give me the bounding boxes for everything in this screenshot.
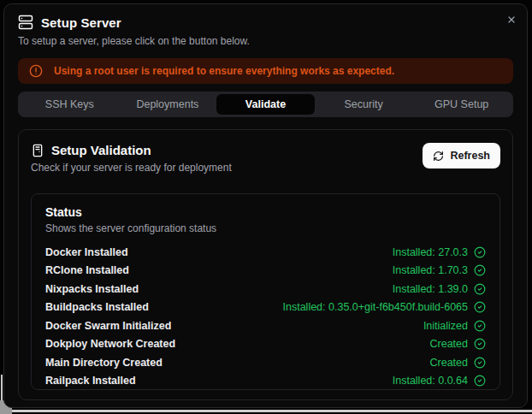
tab-item-4[interactable]: GPU Setup (412, 94, 511, 115)
status-row-4: Docker Swarm Initialized Initialized (45, 316, 486, 335)
pc-case-icon (31, 144, 44, 157)
validation-card-title: Setup Validation (51, 143, 151, 157)
status-row-value: Installed: 0.35.0+git-f6b450f.build-6065 (283, 301, 468, 313)
check-circle-icon (474, 301, 486, 313)
validation-card-subtitle: Check if your server is ready for deploy… (31, 162, 232, 174)
status-row-6: Main Directory Created Created (45, 353, 486, 372)
status-row-label: RClone Installed (45, 264, 129, 276)
tab-label: Security (345, 98, 383, 110)
status-row-label: Buildpacks Installed (45, 301, 149, 313)
refresh-button-label: Refresh (450, 150, 490, 162)
background-horizontal-edge (0, 410, 532, 412)
check-circle-icon (474, 264, 486, 276)
status-rows: Docker Installed Installed: 27.0.3 (45, 243, 486, 390)
status-row-value: Created (430, 338, 468, 350)
status-row-value: Installed: 27.0.3 (393, 246, 468, 258)
tab-item-2[interactable]: Validate (216, 94, 315, 115)
status-row-label: Nixpacks Installed (45, 283, 139, 295)
status-row-1: RClone Installed Installed: 1.70.3 (45, 262, 486, 281)
status-row-0: Docker Installed Installed: 27.0.3 (45, 243, 486, 262)
status-row-value: Initialized (423, 320, 468, 332)
setup-server-dialog: Setup Server To setup a server, please c… (3, 3, 528, 408)
status-row-3: Buildpacks Installed Installed: 0.35.0+g… (45, 299, 486, 317)
status-row-7: Railpack Installed Installed: 0.0.64 (45, 372, 486, 391)
status-row-label: Railpack Installed (45, 375, 136, 387)
check-circle-icon (474, 246, 486, 258)
status-row-label: Dokploy Network Created (45, 338, 175, 350)
status-row-value: Installed: 1.70.3 (393, 264, 468, 276)
setup-validation-card: Setup Validation Check if your server is… (18, 129, 513, 400)
server-icon (18, 15, 33, 30)
status-row-label: Docker Swarm Initialized (45, 320, 171, 332)
refresh-icon (433, 151, 444, 162)
root-user-alert: Using a root user is required to ensure … (18, 58, 513, 84)
dialog-subtitle: To setup a server, please click on the b… (18, 35, 513, 47)
status-row-value: Created (430, 357, 468, 369)
refresh-button[interactable]: Refresh (423, 143, 500, 169)
tab-label: Validate (245, 98, 286, 110)
alert-text: Using a root user is required to ensure … (54, 65, 394, 77)
alert-circle-icon (29, 64, 43, 78)
tab-item-3[interactable]: Security (315, 94, 413, 115)
check-circle-icon (474, 283, 486, 295)
tab-item-1[interactable]: Deployments (119, 94, 217, 115)
status-card-subtitle: Shows the server configuration status (45, 222, 486, 234)
check-circle-icon (474, 357, 486, 369)
dialog-header: Setup Server To setup a server, please c… (18, 15, 513, 47)
status-row-2: Nixpacks Installed Installed: 1.39.0 (45, 280, 486, 299)
close-icon[interactable] (505, 13, 518, 27)
tab-label: Deployments (136, 98, 198, 110)
status-row-label: Main Directory Created (45, 357, 163, 369)
status-card: Status Shows the server configuration st… (31, 193, 500, 390)
tab-item-0[interactable]: SSH Keys (21, 94, 119, 115)
status-row-label: Docker Installed (45, 246, 128, 258)
tab-label: GPU Setup (434, 98, 488, 110)
status-row-5: Dokploy Network Created Created (45, 335, 486, 354)
check-circle-icon (474, 320, 486, 332)
check-circle-icon (474, 375, 486, 387)
status-row-value: Installed: 1.39.0 (393, 283, 468, 295)
status-row-value: Installed: 0.0.64 (393, 375, 468, 387)
check-circle-icon (474, 338, 486, 350)
tabs-list: SSH Keys Deployments Validate Security G… (18, 92, 513, 117)
tab-label: SSH Keys (45, 98, 94, 110)
status-card-title: Status (45, 205, 486, 219)
dialog-title: Setup Server (41, 15, 121, 30)
